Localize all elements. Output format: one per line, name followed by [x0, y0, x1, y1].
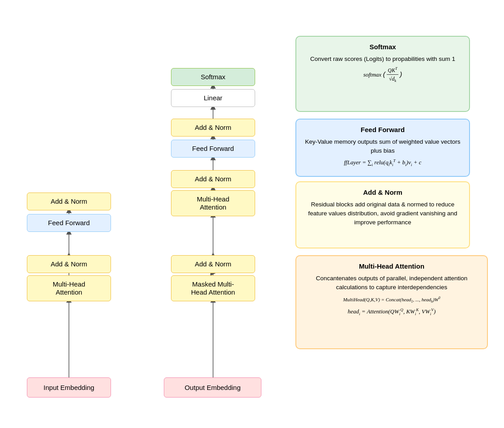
feedforward-info-title: Feed Forward: [303, 125, 462, 135]
feedforward-info-box: Feed Forward Key-Value memory outputs su…: [295, 119, 470, 177]
dec-add-norm-1: Add & Norm: [171, 119, 255, 137]
enc-feed-forward: Feed Forward: [27, 214, 111, 232]
enc-input-embedding: Input Embedding: [27, 377, 111, 398]
feedforward-formula: ffLayer = ∑i relu(qikiT + bi)vi + c: [303, 158, 462, 168]
softmax-info-text: Convert raw scores (Logits) to propabili…: [303, 55, 462, 64]
addnorm-info-box: Add & Norm Residual blocks add original …: [295, 181, 470, 248]
multihead-info-title: Multi-Head Attention: [303, 261, 480, 272]
dec-softmax: Softmax: [171, 68, 255, 86]
dec-feed-forward: Feed Forward: [171, 140, 255, 158]
addnorm-info-text: Residual blocks add original data & norm…: [303, 200, 462, 227]
multihead-formula2: headi = Attention(QWiQ, KWiK, VWiV): [303, 307, 480, 317]
addnorm-info-title: Add & Norm: [303, 188, 462, 198]
dec-add-norm-2: Add & Norm: [171, 170, 255, 188]
diagram-container: Add & Norm Feed Forward Add & Norm Multi…: [0, 0, 504, 428]
softmax-formula: softmax ( QKT √dk ): [303, 66, 462, 84]
dec-linear: Linear: [171, 89, 255, 107]
dec-output-embedding: Output Embedding: [164, 377, 261, 398]
dec-add-norm-3: Add & Norm: [171, 255, 255, 273]
feedforward-info-text: Key-Value memory outputs sum of weighted…: [303, 137, 462, 156]
dec-multi-head-attention: Multi-Head Attention: [171, 190, 255, 216]
multihead-info-box: Multi-Head Attention Concantenates outpu…: [295, 255, 488, 349]
enc-add-norm-top: Add & Norm: [27, 193, 111, 210]
softmax-info-box: Softmax Convert raw scores (Logits) to p…: [295, 36, 470, 112]
multihead-formula1: MultiHead(Q,K,V) = Concat(head1, ..., he…: [303, 295, 480, 304]
softmax-info-title: Softmax: [303, 42, 462, 52]
enc-multi-head-attention: Multi-Head Attention: [27, 275, 111, 301]
enc-add-norm-bot: Add & Norm: [27, 255, 111, 273]
multihead-info-text: Concantenates outputs of parallel, indep…: [303, 274, 480, 292]
dec-masked-multi-head-attention: Masked Multi- Head Attention: [171, 275, 255, 301]
